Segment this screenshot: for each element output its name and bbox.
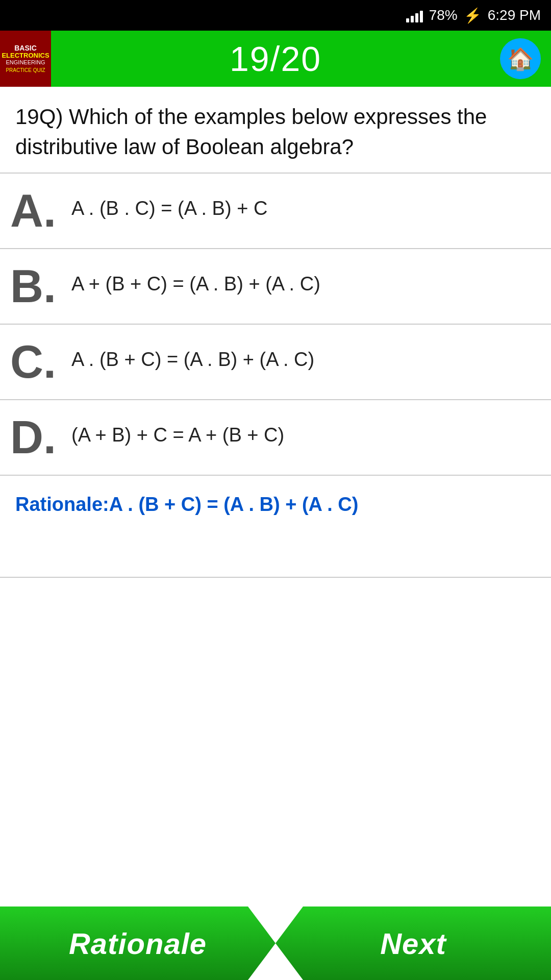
option-c-text: A . (B + C) = (A . B) + (A . C)	[66, 339, 314, 373]
option-c[interactable]: C. A . (B + C) = (A . B) + (A . C)	[0, 325, 551, 400]
rationale-area: Rationale:A . (B + C) = (A . B) + (A . C…	[0, 476, 551, 578]
option-a[interactable]: A. A . (B . C) = (A . B) + C	[0, 174, 551, 249]
clock: 6:29 PM	[488, 7, 541, 23]
rationale-button-label: Rationale	[69, 926, 207, 961]
next-button[interactable]: Next	[276, 906, 551, 980]
option-d[interactable]: D. (A + B) + C = A + (B + C)	[0, 400, 551, 476]
app-header: BASIC ELECTRONICS ENGINEERING PRACTICE Q…	[0, 31, 551, 87]
option-b[interactable]: B. A + (B + C) = (A . B) + (A . C)	[0, 249, 551, 325]
bottom-buttons: Rationale Next	[0, 906, 551, 980]
progress-indicator: 19/20	[230, 39, 321, 79]
home-icon: 🏠	[507, 46, 534, 71]
next-button-label: Next	[380, 926, 446, 961]
signal-icon	[406, 8, 423, 22]
battery-level: 78%	[429, 7, 458, 23]
option-a-letter: A.	[10, 188, 66, 234]
charging-icon: ⚡	[464, 7, 482, 24]
option-d-text: (A + B) + C = A + (B + C)	[66, 414, 284, 449]
option-d-letter: D.	[10, 414, 66, 460]
app-logo: BASIC ELECTRONICS ENGINEERING PRACTICE Q…	[0, 31, 51, 87]
question-text: 19Q) Which of the examples below express…	[15, 102, 536, 162]
option-a-text: A . (B . C) = (A . B) + C	[66, 188, 267, 222]
question-area: 19Q) Which of the examples below express…	[0, 87, 551, 174]
rationale-button[interactable]: Rationale	[0, 906, 276, 980]
home-button[interactable]: 🏠	[500, 38, 541, 79]
rationale-text: Rationale:A . (B + C) = (A . B) + (A . C…	[15, 491, 536, 518]
option-c-letter: C.	[10, 339, 66, 385]
option-b-letter: B.	[10, 263, 66, 309]
option-b-text: A + (B + C) = (A . B) + (A . C)	[66, 263, 320, 298]
status-bar: 78% ⚡ 6:29 PM	[0, 0, 551, 31]
